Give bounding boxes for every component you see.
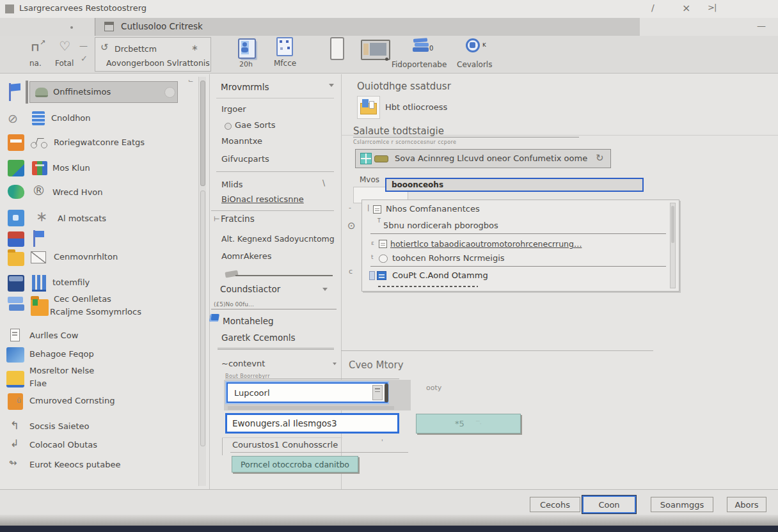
- sidebar-item[interactable]: Aurlles Cow: [0, 328, 197, 345]
- middle-item-gae-sorts[interactable]: Gae Sorts: [235, 120, 276, 130]
- input1-scroll-grip[interactable]: [385, 384, 388, 402]
- tab-active[interactable]: Cutlusoloo Critresk: [95, 18, 640, 36]
- checkbox-icon[interactable]: [373, 205, 381, 214]
- coon-button[interactable]: Coon: [582, 496, 636, 513]
- middle-item-gifvucparts[interactable]: Gifvucparts: [221, 154, 269, 164]
- toolbar: ⊓ ↗ na. ♡ Fotal — ✓ ↺ Drcbettcm ∗ Aovong…: [0, 36, 778, 74]
- input1-spinner[interactable]: [372, 385, 383, 400]
- toolbar-group-arrangement[interactable]: ↺ Drcbettcm ∗ Aovongerboon Svlrattonis: [95, 37, 211, 72]
- toolbar-item-na[interactable]: ⊓ ↗ na.: [26, 38, 54, 70]
- teal-stamp-button[interactable]: *5 ‾·: [416, 414, 521, 434]
- gutter-dash: -: [349, 203, 351, 212]
- middle-item-moanntxe[interactable]: Moanntxe: [221, 136, 262, 146]
- mvos-label: Mvos: [360, 175, 379, 184]
- listbox-scrollbar[interactable]: [670, 203, 676, 288]
- sidebar-item[interactable]: ⊘ Cnoldhon: [0, 110, 197, 129]
- profile-combobox[interactable]: Sova Acinnreg Llcuvd oneor Confumetix oo…: [355, 149, 611, 168]
- toolbar-item-cevalorls[interactable]: ĸ Cevalorls: [454, 37, 505, 72]
- middle-item-irgoer[interactable]: Irgoer: [221, 104, 246, 114]
- close-icon[interactable]: ×: [682, 2, 690, 14]
- rounded-checkbox-icon[interactable]: [379, 254, 388, 263]
- chevron-down-icon[interactable]: [333, 363, 337, 365]
- refresh-icon: ↺: [100, 42, 109, 53]
- section-title: Salaute todtstaigie: [353, 125, 444, 137]
- sidebar-item[interactable]: Roriegwatconre Eatgs: [0, 133, 197, 153]
- scrollbar-thumb[interactable]: [671, 206, 674, 243]
- sidebar-item[interactable]: ∗ Al motscats: [0, 208, 197, 228]
- blue-box-icon: [8, 210, 24, 226]
- list-item[interactable]: T 5bnu nordicerah pborogbos: [362, 218, 679, 233]
- arrow-icon: ↬: [9, 457, 17, 469]
- slider-line[interactable]: [235, 275, 333, 276]
- sidebar-item[interactable]: ® Wrecd Hvon: [0, 183, 197, 202]
- columns-icon: [32, 275, 46, 292]
- sidebar-item[interactable]: totemfily: [0, 274, 197, 293]
- sidebar-item[interactable]: ↰ Socsis Saieteo: [0, 419, 197, 435]
- list-item[interactable]: CouPt C.Aond Otammg: [362, 269, 679, 285]
- cveo-mtory-label: Cveo Mtory: [349, 359, 404, 371]
- list-item[interactable]: t toohcen Rohorrs Ncrmeigis: [362, 253, 679, 267]
- chevron-down-icon[interactable]: [322, 288, 328, 291]
- sidebar-scrollbar[interactable]: [198, 77, 206, 486]
- toolbar-item-fidoportenabe[interactable]: 0 Fidoportenabe: [389, 37, 453, 72]
- section-underline: [353, 137, 579, 137]
- search-input[interactable]: [385, 178, 644, 192]
- sidebar-item[interactable]: ↬ Eurot Keeocs putabee: [0, 457, 197, 474]
- sidebar-item[interactable]: Mos Klun: [0, 159, 197, 178]
- chevron-down-icon[interactable]: [329, 84, 334, 87]
- sidebar-item[interactable]: Mosreltor Nelse: [0, 364, 197, 379]
- sidebar-item[interactable]: Flae: [0, 377, 197, 391]
- toolbar-item-20h[interactable]: 20h: [233, 37, 261, 72]
- toolbar-item-fotal[interactable]: ♡ Fotal: [51, 38, 83, 70]
- refresh-icon[interactable]: ↻: [596, 152, 604, 164]
- middle-item-montaheleg[interactable]: Montaheleg: [223, 316, 274, 326]
- person-card-icon: [238, 38, 256, 59]
- grid-window-icon: [276, 37, 293, 56]
- middle-item-aomrakeres[interactable]: AomrAkeres: [221, 251, 271, 261]
- toolbar-item-mfcce[interactable]: Mfcce: [271, 36, 301, 72]
- row-t-mark: t: [371, 254, 374, 260]
- sidebar-item[interactable]: Cec Oenlletas Rcaljme Ssomymrlocs: [0, 294, 197, 321]
- abors-button[interactable]: Abors: [727, 497, 766, 512]
- content-input-1[interactable]: [226, 382, 388, 403]
- folder-chart-icon[interactable]: [357, 96, 380, 119]
- soanmggs-button[interactable]: Soanmggs: [651, 497, 713, 512]
- phone-icon[interactable]: [330, 37, 344, 60]
- blue-checkbox-icon[interactable]: [377, 271, 386, 280]
- groupbox-top-border: [222, 437, 342, 438]
- checkbox-icon[interactable]: [379, 240, 387, 248]
- sidebar-item[interactable]: ↲ Colocaol Obutas: [0, 437, 197, 454]
- cecohs-button[interactable]: Cecohs: [530, 497, 580, 512]
- restore-icon[interactable]: >|: [708, 3, 716, 12]
- sidebar-item[interactable]: Behagoe Feqop: [0, 347, 197, 364]
- scrollbar-thumb[interactable]: [200, 81, 205, 186]
- middle-item-alt-kegnexd[interactable]: Alt. Kegnexd Sadoyucntomg: [221, 234, 335, 244]
- scrollbar-thumb-lower[interactable]: [200, 191, 205, 446]
- divider: [216, 98, 334, 98]
- middle-item-garetk[interactable]: Garetk Ccemonls: [221, 332, 296, 343]
- list-item[interactable]: | Nhos Comfananentces: [362, 203, 679, 218]
- middle-item-bional[interactable]: BiOnacl resoticsnne: [221, 194, 304, 204]
- minimize-icon[interactable]: /: [651, 3, 655, 13]
- divider: [370, 266, 666, 267]
- tab-dropdown-dot[interactable]: [70, 26, 73, 29]
- sidebar-item[interactable]: [0, 230, 197, 249]
- tab-minimize-icon[interactable]: —: [757, 20, 766, 31]
- sidebar-item-selected[interactable]: Onffinetsimos ⌙: [0, 79, 197, 105]
- middle-item-mlids[interactable]: Mlids: [221, 180, 242, 189]
- folder-icon-label: Hbt otliocroess: [385, 102, 447, 112]
- monitor-icon[interactable]: [361, 40, 390, 60]
- list-item[interactable]: ε hotiertlco tabaodicaoutromotorohrcenec…: [362, 237, 679, 253]
- sidebar-item[interactable]: ū Cmuroved Cornsting: [0, 392, 197, 411]
- sidebar-item[interactable]: Cenmovnrhlton: [0, 249, 197, 269]
- toggle-circle[interactable]: [164, 87, 175, 98]
- dash-icon: —: [79, 41, 88, 51]
- addins-listbox[interactable]: | Nhos Comfananentces T 5bnu nordicerah …: [361, 199, 679, 292]
- teal-action-button[interactable]: Porncel otoccroba cdanitbo: [232, 456, 358, 473]
- content-input-2[interactable]: [225, 413, 399, 434]
- middle-item-fratcins[interactable]: Fratcins: [221, 214, 255, 224]
- list-item-label: hotiertlco tabaodicaoutromotorohrcenecrr…: [390, 239, 582, 249]
- check-icon: ✓: [81, 54, 88, 63]
- middle-item-coundstiactor[interactable]: Coundstiactor: [220, 284, 280, 294]
- list-item-label: 5bnu nordicerah pborogbos: [383, 221, 498, 230]
